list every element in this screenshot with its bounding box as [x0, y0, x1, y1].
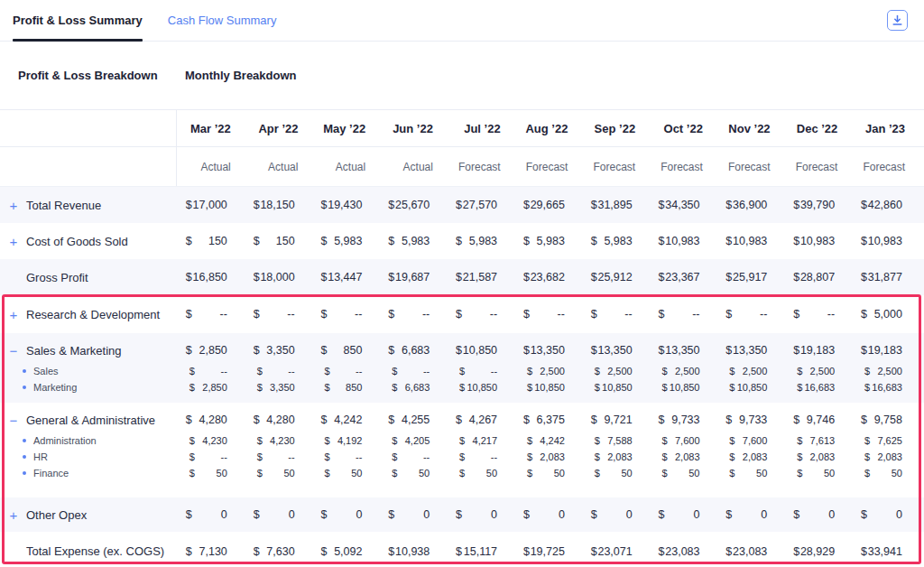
value-cell: $34,350 — [649, 187, 716, 223]
money-cell: $10,983 — [793, 235, 835, 247]
cell-value: 2,500 — [607, 366, 633, 376]
money-cell: $6,375 — [523, 414, 565, 426]
currency-symbol: $ — [523, 545, 530, 558]
cell-value: 2,083 — [810, 451, 836, 462]
tab-bar: Profit & Loss Summary Cash Flow Summary — [0, 0, 924, 42]
money-cell: $-- — [725, 308, 767, 321]
value-cell: $0 — [783, 497, 851, 532]
value-cell: $19,183 — [851, 338, 919, 363]
subvalue-cell: $-- — [311, 449, 379, 465]
money-cell: $9,746 — [793, 414, 835, 426]
value-cell: $9,758 — [851, 407, 919, 432]
value-cell: $4,280 — [244, 407, 311, 432]
currency-symbol: $ — [388, 308, 394, 321]
money-cell: $4,242 — [320, 414, 362, 426]
value-cell: $-- — [446, 295, 513, 333]
expand-icon[interactable]: + — [7, 199, 20, 212]
money-cell: $10,938 — [388, 545, 430, 558]
money-cell: $29,665 — [523, 199, 565, 211]
row-label-cell: +Total Revenue — [0, 187, 176, 223]
cell-value: 3,350 — [266, 344, 294, 357]
currency-symbol: $ — [659, 271, 665, 284]
subvalue-cell: $50 — [244, 465, 311, 481]
subrow-label: Sales — [33, 366, 59, 376]
currency-symbol: $ — [591, 199, 597, 211]
money-cell: $9,758 — [861, 414, 902, 426]
tab-cash-flow-summary[interactable]: Cash Flow Summary — [168, 0, 277, 41]
row-values: $16,850$18,000$13,447$19,687$21,587$23,6… — [176, 259, 924, 295]
subvalue-cell: $2,083 — [581, 449, 649, 465]
row-values: $--$--$--$--$--$2,083$2,083$2,083$2,083$… — [176, 449, 924, 465]
type-header-cells: ActualActualActualActualForecastForecast… — [176, 147, 924, 186]
column-type-label: Actual — [311, 147, 379, 186]
currency-symbol: $ — [659, 235, 665, 247]
value-cell: $13,350 — [513, 338, 581, 363]
currency-symbol: $ — [320, 508, 327, 521]
money-cell: $9,733 — [725, 414, 767, 426]
value-cell: $31,895 — [581, 187, 649, 223]
money-cell: $21,587 — [456, 271, 497, 284]
value-cell: $2,850 — [176, 338, 244, 363]
value-cell: $5,092 — [311, 532, 379, 567]
cell-value: -- — [760, 308, 767, 321]
column-type-label: Actual — [379, 147, 447, 186]
subvalue-cell: $7,600 — [649, 432, 716, 449]
expand-icon[interactable]: + — [7, 235, 20, 248]
money-cell: $-- — [392, 451, 430, 462]
download-button[interactable] — [887, 10, 908, 31]
money-cell: $2,083 — [797, 451, 835, 462]
money-cell: $-- — [186, 308, 227, 321]
cell-value: 2,083 — [540, 451, 565, 462]
cell-value: 10,850 — [602, 382, 633, 393]
cell-value: -- — [558, 308, 565, 321]
money-cell: $850 — [320, 344, 362, 357]
value-cell: $10,983 — [716, 223, 784, 259]
subrow-label: Administration — [33, 435, 97, 446]
currency-symbol: $ — [459, 468, 465, 479]
value-cell: $5,983 — [581, 223, 649, 259]
subrow-label-cell: HR — [0, 449, 176, 465]
currency-symbol: $ — [392, 382, 397, 393]
collapse-icon[interactable]: − — [7, 414, 20, 427]
currency-symbol: $ — [456, 235, 462, 247]
money-cell: $2,083 — [595, 451, 633, 462]
cell-value: -- — [624, 308, 632, 321]
currency-symbol: $ — [725, 508, 732, 521]
collapse-icon[interactable]: − — [7, 344, 20, 358]
tab-profit-loss-summary[interactable]: Profit & Loss Summary — [13, 0, 143, 41]
cell-value: 2,500 — [877, 366, 902, 376]
money-cell: $27,570 — [456, 199, 497, 211]
currency-symbol: $ — [456, 508, 462, 521]
value-cell: $-- — [378, 295, 446, 333]
column-type-label: Forecast — [581, 147, 649, 186]
value-cell: $13,350 — [716, 338, 784, 363]
subvalue-cell: $-- — [311, 363, 379, 379]
cell-value: -- — [423, 451, 430, 462]
subvalue-cell: $3,350 — [244, 379, 311, 395]
money-cell: $2,083 — [527, 451, 565, 462]
cell-value: 0 — [828, 508, 835, 521]
value-cell: $-- — [649, 295, 716, 333]
value-cell: $4,267 — [446, 407, 513, 432]
value-cell: $28,929 — [783, 532, 851, 567]
value-cell: $19,430 — [311, 187, 379, 223]
money-cell: $23,083 — [725, 545, 767, 558]
expand-icon[interactable]: + — [7, 508, 20, 522]
money-cell: $23,682 — [523, 271, 565, 284]
cell-value: 10,983 — [868, 235, 902, 247]
cell-value: -- — [356, 451, 362, 462]
currency-symbol: $ — [659, 344, 665, 357]
money-cell: $850 — [324, 382, 362, 393]
cell-value: 4,205 — [405, 435, 430, 446]
value-cell: $13,350 — [581, 338, 649, 363]
currency-symbol: $ — [861, 414, 867, 426]
currency-symbol: $ — [388, 545, 394, 558]
value-cell: $-- — [581, 295, 649, 333]
money-cell: $5,983 — [388, 235, 430, 247]
cell-value: 50 — [351, 468, 362, 479]
expand-icon[interactable]: + — [7, 308, 20, 321]
subvalue-cell: $2,083 — [851, 449, 919, 465]
money-cell: $2,083 — [662, 451, 700, 462]
currency-symbol: $ — [797, 382, 802, 393]
currency-symbol: $ — [659, 545, 665, 558]
